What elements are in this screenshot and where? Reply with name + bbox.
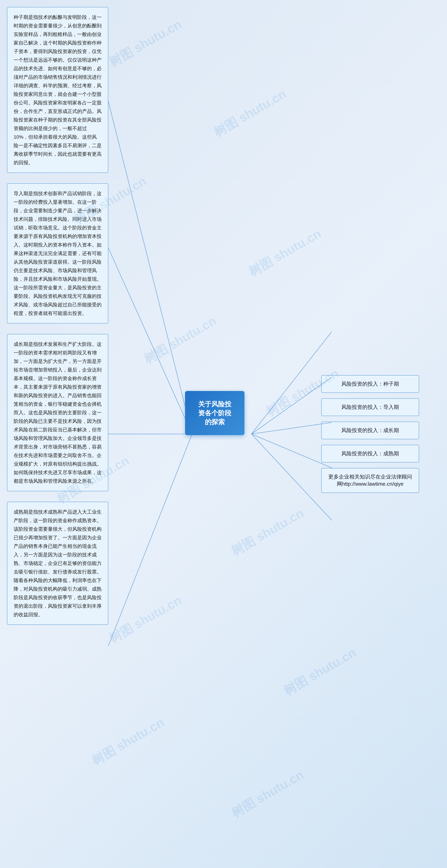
right-box-seed: 风险投资的投入：种子期 — [321, 375, 419, 393]
watermark-4: 树图 shutu.cn — [246, 225, 324, 280]
right-more-label: 更多企业相关知识尽在企业法律顾问网http://www.lawtime.cn/q… — [328, 474, 412, 487]
intro-text: 导入期是指技术创新和产品试销阶段，这一阶段的经费投入显著增加。在这一阶段，企业需… — [13, 191, 101, 316]
center-label: 关于风险投资各个阶段的探索 — [198, 401, 231, 426]
right-growth-label: 风险投资的投入：成长期 — [341, 427, 399, 433]
center-node: 关于风险投资各个阶段的探索 — [185, 391, 244, 435]
right-seed-label: 风险投资的投入：种子期 — [341, 381, 399, 387]
right-mature-label: 风险投资的投入：成熟期 — [341, 451, 399, 456]
svg-line-1 — [108, 248, 192, 434]
watermark-1: 树图 shutu.cn — [106, 16, 184, 71]
growth-text: 成长期是指技术发展和生产扩大阶段。这一阶段的资本需求相对前两阶段又有增加，一方面… — [13, 341, 101, 484]
main-container: 树图 shutu.cn 树图 shutu.cn 树图 shutu.cn 树图 s… — [0, 0, 447, 868]
left-column: 种子期是指技术的酝酿与发明阶段，这一时期的资金需要量很少，从创意的酝酿到实验室样… — [7, 7, 108, 635]
right-box-growth: 风险投资的投入：成长期 — [321, 422, 419, 439]
svg-line-6 — [251, 423, 332, 434]
right-box-mature: 风险投资的投入：成熟期 — [321, 445, 419, 462]
right-box-intro: 风险投资的投入：导入期 — [321, 398, 419, 416]
watermark-11: 树图 shutu.cn — [89, 714, 167, 769]
mature-box: 成熟期是指技术成熟和产品进入大工业生产阶段，这一阶段的资金称作成熟资本。该阶段资… — [7, 502, 108, 625]
watermark-12: 树图 shutu.cn — [228, 766, 307, 822]
intro-box: 导入期是指技术创新和产品试销阶段，这一阶段的经费投入显著增加。在这一阶段，企业需… — [7, 183, 108, 323]
seed-box: 种子期是指技术的酝酿与发明阶段，这一时期的资金需要量很少，从创意的酝酿到实验室样… — [7, 7, 108, 173]
watermark-9: 树图 shutu.cn — [106, 592, 184, 647]
watermark-8: 树图 shutu.cn — [228, 504, 307, 560]
watermark-2: 树图 shutu.cn — [211, 86, 289, 141]
seed-text: 种子期是指技术的酝酿与发明阶段，这一时期的资金需要量很少，从创意的酝酿到实验室样… — [13, 14, 101, 165]
watermark-5: 树图 shutu.cn — [141, 312, 219, 368]
svg-line-3 — [108, 434, 192, 646]
mature-text: 成熟期是指技术成熟和产品进入大工业生产阶段，这一阶段的资金称作成熟资本。该阶段资… — [13, 509, 101, 617]
svg-line-5 — [251, 377, 332, 434]
svg-line-7 — [251, 434, 332, 468]
svg-line-4 — [251, 332, 332, 434]
watermark-10: 树图 shutu.cn — [280, 644, 359, 699]
right-column: 风险投资的投入：种子期 风险投资的投入：导入期 风险投资的投入：成长期 风险投资… — [321, 375, 419, 493]
growth-box: 成长期是指技术发展和生产扩大阶段。这一阶段的资本需求相对前两阶段又有增加，一方面… — [7, 334, 108, 491]
right-box-more: 更多企业相关知识尽在企业法律顾问网http://www.lawtime.cn/q… — [321, 468, 419, 493]
svg-line-8 — [251, 434, 332, 520]
svg-line-0 — [108, 101, 192, 434]
right-intro-label: 风险投资的投入：导入期 — [341, 404, 399, 410]
